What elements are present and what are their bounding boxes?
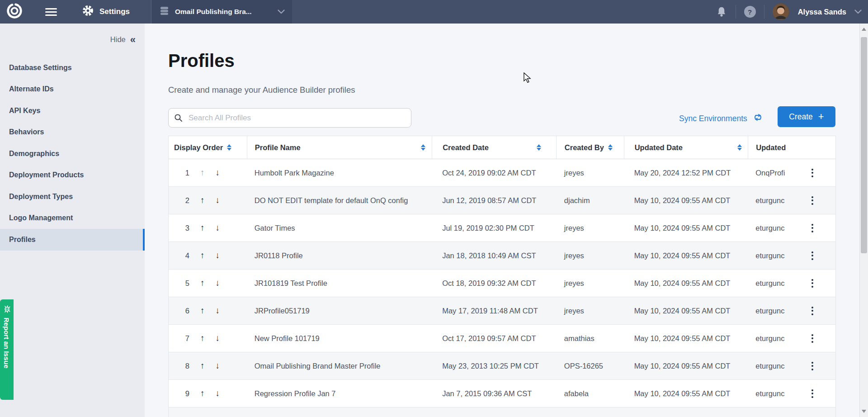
question-mark-icon: ?	[748, 8, 752, 16]
created-date-cell: Jan 7, 2015 09:36 AM CST	[432, 380, 556, 407]
move-up-arrow-icon[interactable]: ↑	[200, 223, 205, 233]
display-order-cell: 10↑↓	[169, 408, 247, 417]
omeda-logo[interactable]	[0, 2, 29, 21]
kebab-menu-icon[interactable]	[809, 194, 816, 208]
sidebar-item-label: Deployment Types	[9, 193, 73, 201]
table-row[interactable]: 6↑↓JRProfile051719May 17, 2019 11:48 AM …	[169, 297, 835, 325]
updated-date-cell: May 20, 2024 12:55 PM CDT	[624, 408, 748, 417]
kebab-menu-icon[interactable]	[809, 387, 816, 401]
sidebar-item-label: Demographics	[9, 150, 59, 158]
profile-name-cell: Regression Profile Jan 7	[247, 380, 432, 407]
move-down-arrow-icon[interactable]: ↓	[216, 333, 220, 343]
user-menu-chevron-down-icon[interactable]	[854, 9, 862, 14]
scrollbar-down-arrow[interactable]	[862, 410, 866, 413]
report-issue-ribbon[interactable]: Report an Issue	[0, 299, 14, 400]
move-down-arrow-icon[interactable]: ↓	[216, 168, 220, 178]
sidebar-item-database-settings[interactable]: Database Settings	[0, 57, 145, 79]
created-date-cell: Jul 19, 2019 02:30 PM CDT	[432, 214, 556, 242]
display-order-cell: 7↑↓	[169, 325, 247, 352]
kebab-menu-icon[interactable]	[809, 221, 816, 235]
hide-label: Hide	[110, 35, 126, 44]
table-row[interactable]: 1↑↓Humbolt Park MagazineOct 24, 2019 09:…	[169, 159, 835, 187]
column-header-created-date[interactable]: Created Date	[432, 136, 556, 159]
kebab-menu-icon[interactable]	[809, 249, 816, 263]
sort-arrows-icon[interactable]	[737, 144, 742, 151]
column-header-profile-name[interactable]: Profile Name	[247, 136, 432, 159]
move-up-arrow-icon[interactable]: ↑	[200, 251, 205, 261]
sidebar-item-api-keys[interactable]: API Keys	[0, 100, 145, 122]
help-button[interactable]: ?	[744, 6, 756, 18]
vertical-scrollbar[interactable]	[859, 24, 868, 417]
hamburger-menu-icon[interactable]	[45, 8, 57, 16]
created-date-cell: May 17, 2019 11:48 AM CDT	[432, 297, 556, 324]
table-row[interactable]: 5↑↓JR101819 Test ProfileOct 18, 2019 09:…	[169, 270, 835, 297]
sidebar-item-deployment-types[interactable]: Deployment Types	[0, 186, 145, 208]
move-up-arrow-icon[interactable]: ↑	[200, 306, 205, 316]
sync-environments-link[interactable]: Sync Environments	[679, 112, 763, 125]
table-row[interactable]: 4↑↓JR0118 ProfileJan 18, 2018 10:49 AM C…	[169, 242, 835, 270]
user-name[interactable]: Alyssa Sands	[798, 8, 846, 16]
column-header-created-by[interactable]: Created By	[556, 136, 624, 159]
sidebar-item-label: Behaviors	[9, 128, 44, 136]
updated-by-cell: eturgunc	[748, 325, 809, 352]
updated-date-cell: May 10, 2024 09:55 AM CDT	[624, 297, 748, 324]
move-down-arrow-icon[interactable]: ↓	[216, 251, 220, 261]
sidebar-item-behaviors[interactable]: Behaviors	[0, 122, 145, 143]
kebab-menu-icon[interactable]	[809, 332, 816, 346]
move-down-arrow-icon[interactable]: ↓	[216, 389, 220, 398]
move-down-arrow-icon[interactable]: ↓	[216, 195, 220, 205]
kebab-menu-icon[interactable]	[809, 414, 816, 417]
sort-arrows-icon[interactable]	[421, 144, 425, 151]
sort-arrows-icon[interactable]	[227, 144, 231, 151]
scrollbar-up-arrow[interactable]	[862, 28, 866, 31]
kebab-menu-icon[interactable]	[809, 276, 816, 290]
move-down-arrow-icon[interactable]: ↓	[216, 306, 220, 316]
search-input[interactable]	[168, 108, 411, 128]
kebab-menu-icon[interactable]	[809, 359, 816, 373]
sidebar-hide-toggle[interactable]: Hide «	[110, 35, 136, 44]
move-up-arrow-icon[interactable]: ↑	[200, 168, 205, 178]
table-row[interactable]: 2↑↓DO NOT EDIT template for default OnQ …	[169, 187, 835, 214]
display-order-value: 8	[174, 362, 189, 370]
brand-selector-label: Omail Publishing Bra...	[175, 8, 272, 16]
move-up-arrow-icon[interactable]: ↑	[200, 333, 205, 343]
move-down-arrow-icon[interactable]: ↓	[216, 278, 220, 288]
sidebar-item-deployment-products[interactable]: Deployment Products	[0, 165, 145, 186]
actions-cell	[809, 159, 835, 186]
move-up-arrow-icon[interactable]: ↑	[200, 361, 205, 371]
sidebar-item-label: Profiles	[9, 236, 36, 244]
move-up-arrow-icon[interactable]: ↑	[200, 195, 205, 205]
table-row[interactable]: 3↑↓Gator TimesJul 19, 2019 02:30 PM CDTj…	[169, 214, 835, 242]
user-avatar[interactable]	[773, 4, 789, 20]
sidebar-item-label: Deployment Products	[9, 171, 84, 179]
sidebar-item-demographics[interactable]: Demographics	[0, 143, 145, 165]
kebab-menu-icon[interactable]	[809, 166, 816, 180]
display-order-cell: 8↑↓	[169, 352, 247, 379]
nav-settings[interactable]: Settings	[82, 5, 130, 19]
scrollbar-thumb[interactable]	[861, 37, 867, 253]
column-header-label: Created By	[565, 143, 604, 152]
display-order-cell: 2↑↓	[169, 187, 247, 214]
move-up-arrow-icon[interactable]: ↑	[200, 278, 205, 288]
brand-selector-dropdown[interactable]: Omail Publishing Bra...	[151, 0, 292, 24]
sidebar-item-alternate-ids[interactable]: Alternate IDs	[0, 79, 145, 100]
table-row[interactable]: 9↑↓Regression Profile Jan 7Jan 7, 2015 0…	[169, 380, 835, 408]
move-down-arrow-icon[interactable]: ↓	[216, 223, 220, 233]
sidebar-item-profiles[interactable]: Profiles	[0, 229, 145, 251]
sort-arrows-icon[interactable]	[537, 144, 541, 151]
move-up-arrow-icon[interactable]: ↑	[200, 389, 205, 398]
kebab-menu-icon[interactable]	[809, 304, 816, 318]
notifications-bell-icon[interactable]	[716, 6, 727, 18]
table-row[interactable]: 8↑↓Omail Publishing Brand Master Profile…	[169, 352, 835, 380]
column-header-display-order[interactable]: Display Order	[169, 136, 247, 159]
table-header-row: Display OrderProfile NameCreated DateCre…	[169, 136, 835, 159]
table-row[interactable]: 7↑↓New Profile 101719Oct 17, 2019 09:57 …	[169, 325, 835, 352]
sort-arrows-icon[interactable]	[608, 144, 613, 151]
profile-name-cell: Humbolt Park Magazine	[247, 159, 432, 186]
column-header-updated-date[interactable]: Updated Date	[624, 136, 748, 159]
actions-cell	[809, 187, 835, 214]
table-row[interactable]: 10↑↓RIIS Park ClNov 18, 2019 11:08 AM CS…	[169, 408, 835, 417]
move-down-arrow-icon[interactable]: ↓	[216, 361, 220, 371]
create-button[interactable]: Create +	[778, 106, 835, 127]
sidebar-item-logo-management[interactable]: Logo Management	[0, 208, 145, 229]
